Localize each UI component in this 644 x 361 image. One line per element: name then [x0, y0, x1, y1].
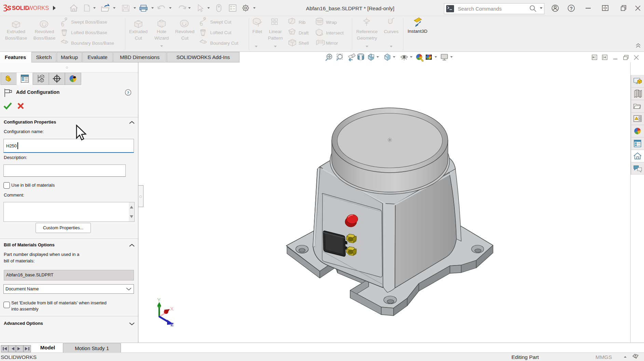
svg-text:Search Commands: Search Commands: [458, 6, 502, 12]
svg-text:?: ?: [570, 6, 573, 11]
svg-text:WORKS: WORKS: [28, 5, 49, 11]
svg-text:Abfan16_base.SLDPRT * [Read-on: Abfan16_base.SLDPRT * [Read-only]: [306, 5, 395, 11]
svg-text:S: S: [7, 4, 11, 12]
svg-text:SOLID: SOLID: [12, 5, 29, 11]
svg-text:?: ?: [127, 90, 129, 95]
